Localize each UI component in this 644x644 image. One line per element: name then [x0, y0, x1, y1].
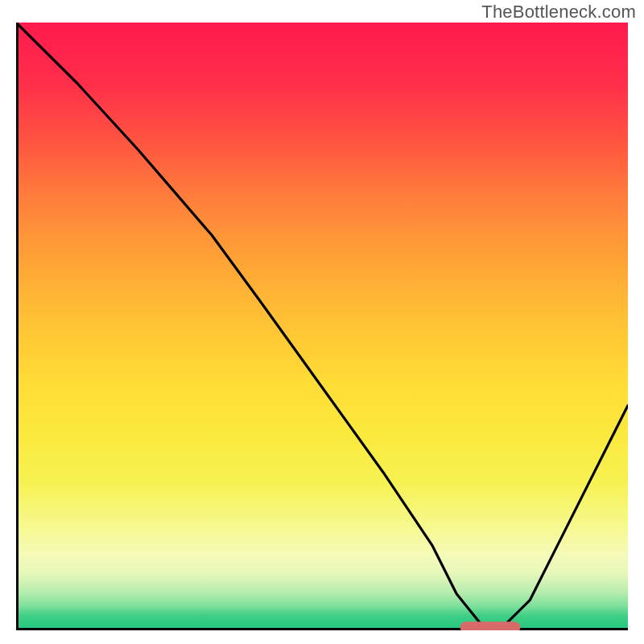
watermark-text: TheBottleneck.com: [481, 2, 636, 23]
chart-container: TheBottleneck.com: [0, 0, 644, 644]
optimal-range-marker: [16, 23, 628, 630]
